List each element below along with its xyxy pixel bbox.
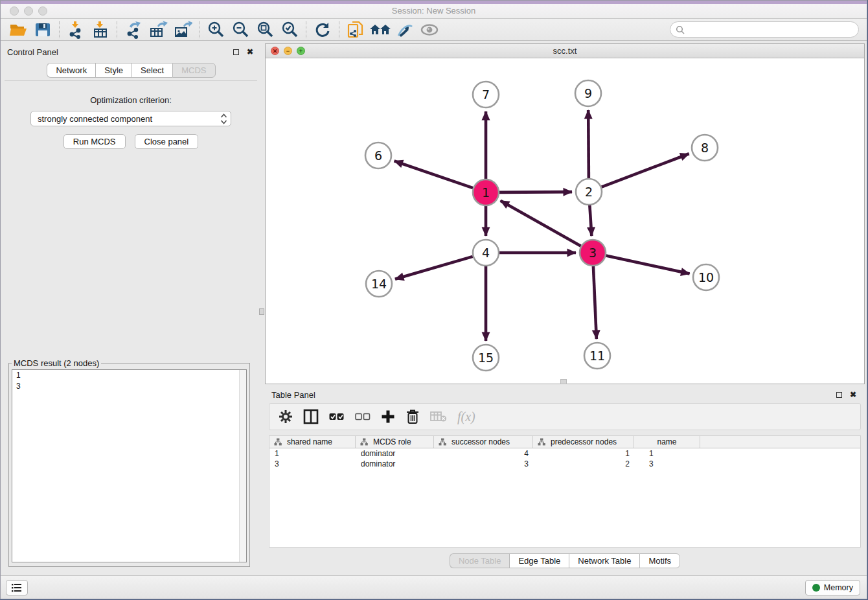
tab-mcds[interactable]: MCDS xyxy=(172,63,215,78)
table-panel: Table Panel ✖ xyxy=(265,386,865,576)
task-history-button[interactable] xyxy=(6,580,28,595)
apply-style-icon[interactable] xyxy=(393,20,417,40)
split-view-icon[interactable] xyxy=(303,407,319,426)
graph-node-label-8: 8 xyxy=(701,141,709,155)
graph-edge-2-3[interactable] xyxy=(589,205,591,236)
hierarchy-icon xyxy=(538,438,545,446)
toolbar-separator xyxy=(59,21,60,38)
graph-edge-1-2[interactable] xyxy=(499,192,572,192)
export-table-icon[interactable] xyxy=(146,20,170,40)
add-column-icon[interactable] xyxy=(381,407,395,426)
table-cell-predecessor-nodes[interactable]: 1 xyxy=(533,449,634,458)
graph-edge-2-9[interactable] xyxy=(588,110,589,178)
table-settings-gear-icon[interactable] xyxy=(279,407,293,426)
close-panel-button[interactable]: Close panel xyxy=(135,134,199,149)
status-bar: Memory xyxy=(1,575,867,599)
tab-network-table[interactable]: Network Table xyxy=(569,553,639,568)
graph-node-label-4: 4 xyxy=(482,246,490,260)
tab-motifs[interactable]: Motifs xyxy=(639,553,680,568)
close-table-panel-icon[interactable]: ✖ xyxy=(848,389,858,400)
import-network-icon[interactable] xyxy=(63,20,88,40)
table-cell-mcds-role[interactable]: dominator xyxy=(356,459,434,468)
show-hide-graphics-eye-icon[interactable] xyxy=(417,20,442,40)
save-session-icon[interactable] xyxy=(30,20,55,40)
list-icon xyxy=(11,583,23,593)
graph-edge-3-1[interactable] xyxy=(501,201,581,246)
table-panel-title: Table Panel xyxy=(271,390,315,400)
zoom-in-icon[interactable] xyxy=(203,20,228,40)
graph-node-label-6: 6 xyxy=(374,148,382,163)
delete-column-trash-icon[interactable] xyxy=(405,407,420,426)
column-header-name[interactable]: name xyxy=(634,436,700,448)
graph-edge-4-14[interactable] xyxy=(395,257,473,279)
graph-edge-3-11[interactable] xyxy=(593,266,597,339)
tab-edge-table[interactable]: Edge Table xyxy=(509,553,569,568)
search-field[interactable] xyxy=(670,21,859,38)
table-row[interactable]: 1dominator411 xyxy=(269,448,860,459)
select-all-icon[interactable] xyxy=(329,407,345,426)
refresh-icon[interactable] xyxy=(310,20,335,40)
titlebar-accent xyxy=(1,1,867,4)
control-panel: Control Panel ✖ Network Style Select MCD… xyxy=(1,43,262,576)
float-panel-icon[interactable] xyxy=(231,47,241,57)
table-cell-predecessor-nodes[interactable]: 2 xyxy=(533,459,634,468)
graph-edge-3-10[interactable] xyxy=(606,255,690,273)
table-tabs: Node Table Edge Table Network Table Moti… xyxy=(265,553,865,568)
function-builder-icon: f(x) xyxy=(457,407,475,426)
control-panel-title: Control Panel xyxy=(7,47,58,57)
network-canvas[interactable]: 7968124314101511 xyxy=(266,58,864,384)
application-window: Session: New Session xyxy=(0,0,867,599)
clear-selection-icon[interactable] xyxy=(355,407,371,426)
new-network-from-file-icon[interactable] xyxy=(343,20,368,40)
column-header-predecessor-nodes[interactable]: predecessor nodes xyxy=(533,436,634,448)
network-window-titlebar[interactable]: ✕ − + scc.txt xyxy=(266,44,864,58)
zoom-fit-icon[interactable] xyxy=(253,20,277,40)
memory-button[interactable]: Memory xyxy=(805,580,860,595)
close-panel-icon[interactable]: ✖ xyxy=(245,47,255,57)
tab-node-table[interactable]: Node Table xyxy=(450,553,510,568)
hierarchy-icon xyxy=(439,438,446,446)
memory-status-icon xyxy=(812,584,820,592)
table-cell-mcds-role[interactable]: dominator xyxy=(356,449,434,458)
tab-style[interactable]: Style xyxy=(95,63,131,78)
vertical-splitter-handle[interactable] xyxy=(259,308,264,315)
graph-edge-2-8[interactable] xyxy=(602,154,689,187)
tab-select[interactable]: Select xyxy=(131,63,172,78)
show-networks-home-icon[interactable] xyxy=(368,20,393,40)
table-cell-shared-name[interactable]: 1 xyxy=(269,449,356,458)
graph-node-label-9: 9 xyxy=(584,86,592,100)
mcds-result-list[interactable]: 13 xyxy=(12,369,247,562)
table-cell-name[interactable]: 1 xyxy=(634,449,700,458)
horizontal-splitter-handle[interactable] xyxy=(560,379,567,384)
export-image-icon[interactable] xyxy=(170,20,195,40)
column-header-mcds-role[interactable]: MCDS role xyxy=(356,436,434,448)
graph-node-label-7: 7 xyxy=(482,87,490,102)
result-scrollbar[interactable] xyxy=(239,370,246,562)
zoom-selected-icon[interactable] xyxy=(277,20,302,40)
mcds-result-title: MCDS result (2 nodes) xyxy=(12,358,101,368)
graph-node-label-10: 10 xyxy=(698,270,714,284)
search-icon xyxy=(676,25,685,34)
run-mcds-button[interactable]: Run MCDS xyxy=(63,134,126,149)
import-table-icon[interactable] xyxy=(88,20,113,40)
mcds-result-group: MCDS result (2 nodes) 13 xyxy=(8,358,250,567)
tab-network[interactable]: Network xyxy=(47,63,95,78)
toolbar-separator xyxy=(306,21,306,38)
open-session-icon[interactable] xyxy=(6,20,30,40)
export-network-icon[interactable] xyxy=(121,20,146,40)
column-header-shared-name[interactable]: shared name xyxy=(269,436,356,448)
mcds-tab-content: Optimization criterion: strongly connect… xyxy=(5,80,257,572)
table-cell-successor-nodes[interactable]: 4 xyxy=(434,449,533,458)
zoom-out-icon[interactable] xyxy=(228,20,253,40)
graph-node-label-14: 14 xyxy=(371,277,387,291)
graph-edge-1-6[interactable] xyxy=(394,161,474,188)
table-cell-shared-name[interactable]: 3 xyxy=(269,459,356,468)
optimization-criterion-dropdown[interactable]: strongly connected component xyxy=(30,111,231,126)
search-input[interactable] xyxy=(685,23,858,36)
table-cell-name[interactable]: 3 xyxy=(634,459,700,468)
graph-node-label-2: 2 xyxy=(585,185,593,199)
float-table-panel-icon[interactable] xyxy=(834,389,844,400)
table-row[interactable]: 3dominator323 xyxy=(269,459,860,469)
column-header-successor-nodes[interactable]: successor nodes xyxy=(434,436,533,448)
table-cell-successor-nodes[interactable]: 3 xyxy=(434,459,533,468)
